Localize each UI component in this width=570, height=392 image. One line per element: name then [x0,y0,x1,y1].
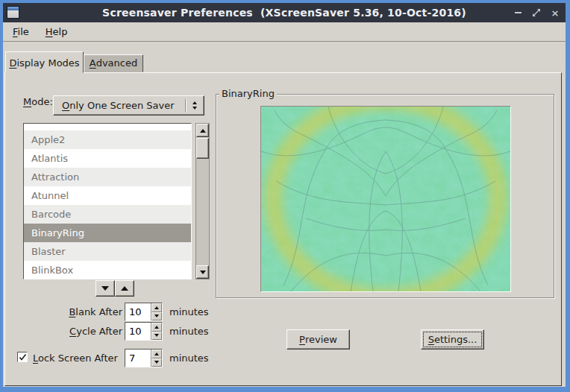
up-triangle-icon [154,353,159,355]
list-item[interactable]: BlinkBox [24,261,191,279]
down-triangle-icon [154,361,159,364]
list-item[interactable]: Atunnel [24,186,191,205]
spin-down-button[interactable] [151,312,162,321]
lock-screen-input[interactable] [125,350,151,367]
preview-button[interactable]: Preview [286,329,350,350]
minimize-button[interactable] [512,7,524,19]
scrollbar-track[interactable] [196,137,209,265]
spin-down-button[interactable] [151,332,162,341]
list-item[interactable]: Barcode [24,205,191,224]
blank-after-unit: minutes [169,306,209,317]
scrollbar-down-button[interactable] [196,265,209,279]
menubar: File Help [3,22,566,42]
up-triangle-icon [200,129,206,133]
lock-screen-spinbox [125,349,163,367]
list-next-button[interactable] [95,280,115,297]
list-prev-button[interactable] [115,280,134,297]
blank-after-spinner [151,303,162,320]
mode-label: Mode: [23,96,53,107]
blank-after-label: Blank After [25,306,122,317]
cycle-after-label: Cycle After [25,326,122,337]
lock-screen-unit: minutes [169,353,209,364]
settings-button[interactable]: Settings... [421,329,484,350]
titlebar[interactable]: Screensaver Preferences (XScreenSaver 5.… [3,3,566,22]
checkmark-icon [19,353,27,361]
blank-after-spinbox [125,303,163,321]
spin-up-button[interactable] [151,303,162,312]
list-item[interactable]: Atlantis [24,149,191,168]
app-window-icon[interactable] [7,6,19,19]
down-triangle-icon [200,271,206,274]
restore-button[interactable] [530,7,542,19]
down-triangle-icon [192,107,197,110]
cycle-after-input[interactable] [125,323,151,340]
cycle-after-spinbox [125,322,163,341]
tab-advanced[interactable]: Advanced [84,54,143,72]
menu-file[interactable]: File [13,26,29,37]
lock-screen-checkbox[interactable] [17,352,28,362]
diagonal-resize-icon [532,8,541,17]
window-icon-titlestrip [7,7,19,10]
close-icon: × [551,8,560,18]
up-triangle-icon [154,306,159,309]
screensaver-list[interactable]: Apple2 Atlantis Attraction Atunnel Barco… [23,123,192,279]
window-frame: Screensaver Preferences (XScreenSaver 5.… [0,0,570,392]
list-item-selected[interactable]: BinaryRing [24,224,191,242]
close-button[interactable]: × [549,7,561,19]
cycle-after-spinner [151,323,162,340]
spin-up-button[interactable] [151,350,162,358]
lock-screen-spinner [151,350,162,367]
list-item[interactable]: Attraction [24,168,191,186]
cycle-after-unit: minutes [169,326,209,337]
spin-down-button[interactable] [151,358,162,367]
mode-dropdown[interactable]: Only One Screen Saver [53,95,204,116]
lock-screen-label: Lock Screen After [33,353,118,364]
window-body: Screensaver Preferences (XScreenSaver 5.… [3,3,566,387]
dropdown-spinner-icon [186,101,204,110]
groupbox-title: BinaryRing [219,88,277,99]
mode-dropdown-value: Only One Screen Saver [54,100,185,111]
menu-help[interactable]: Help [46,26,68,37]
window-title: Screensaver Preferences (XScreenSaver 5.… [3,7,566,19]
down-triangle-icon [154,334,159,337]
down-triangle-icon [154,314,159,317]
workspace: Display Modes Advanced Mode: Only One Sc… [3,42,566,387]
scrollbar-up-button[interactable] [196,124,209,137]
spin-up-button[interactable] [151,323,162,332]
down-triangle-icon [101,286,109,291]
up-triangle-icon [154,326,159,329]
window-controls: × [512,3,561,22]
display-modes-panel: Mode: Only One Screen Saver Apple2 Atlan… [4,72,562,386]
list-scrollbar[interactable] [195,123,210,279]
minimize-icon [515,12,522,13]
up-triangle-icon [121,286,128,291]
list-item[interactable]: Blaster [24,242,191,261]
saver-preview-groupbox: BinaryRing [216,94,554,298]
tab-display-modes[interactable]: Display Modes [5,51,84,73]
list-item[interactable]: Apple2 [24,130,191,149]
up-triangle-icon [192,101,197,104]
saver-preview-image [260,106,511,292]
scrollbar-thumb[interactable] [196,138,209,159]
blank-after-input[interactable] [125,303,151,320]
